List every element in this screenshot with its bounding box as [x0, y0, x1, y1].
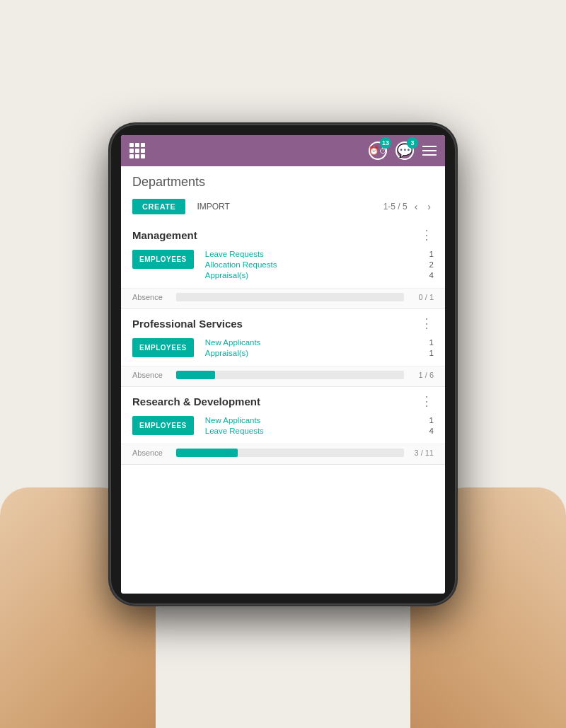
stat-label: Allocation Requests — [205, 260, 277, 269]
stat-value: 4 — [429, 271, 434, 279]
stat-row[interactable]: Allocation Requests2 — [205, 260, 434, 269]
stat-value: 1 — [429, 349, 434, 357]
page-title: Departments — [132, 175, 434, 190]
pagination-info: 1-5 / 5 — [383, 202, 408, 212]
screen: ⏱ 13 💬 3 — [121, 135, 445, 594]
navbar: ⏱ 13 💬 3 — [121, 135, 445, 166]
navbar-right: ⏱ 13 💬 3 — [369, 141, 437, 160]
dept-header: Professional Services⋮ — [121, 309, 445, 335]
stat-label: Leave Requests — [205, 427, 264, 435]
dept-stats: New Applicants1Appraisal(s)1 — [205, 338, 434, 357]
employees-button[interactable]: EMPLOYEES — [132, 338, 194, 357]
hamburger-menu[interactable] — [422, 146, 437, 156]
stat-value: 1 — [429, 416, 434, 424]
page-header: Departments — [121, 166, 445, 195]
stat-label: Leave Requests — [205, 250, 264, 258]
absence-count: 0 / 1 — [412, 293, 434, 301]
stat-label: Appraisal(s) — [205, 349, 248, 357]
absence-label: Absence — [132, 449, 168, 457]
employees-button[interactable]: EMPLOYEES — [132, 416, 194, 435]
stat-value: 1 — [429, 250, 434, 258]
department-card: Professional Services⋮EMPLOYEESNew Appli… — [121, 309, 445, 387]
absence-row: Absence3 / 11 — [121, 444, 445, 464]
absence-row: Absence1 / 6 — [121, 366, 445, 386]
stat-row[interactable]: Leave Requests4 — [205, 427, 434, 435]
absence-bar — [176, 293, 404, 301]
stat-label: Appraisal(s) — [205, 271, 248, 279]
pagination-prev[interactable]: ‹ — [412, 200, 421, 214]
employees-button[interactable]: EMPLOYEES — [132, 250, 194, 269]
dept-stats: New Applicants1Leave Requests4 — [205, 416, 434, 435]
dept-context-menu[interactable]: ⋮ — [420, 398, 434, 405]
absence-label: Absence — [132, 293, 168, 301]
absence-count: 3 / 11 — [412, 449, 434, 457]
absence-bar-fill — [176, 371, 215, 379]
absence-bar — [176, 449, 404, 457]
stat-row[interactable]: Leave Requests1 — [205, 250, 434, 258]
clock-badge: 13 — [380, 137, 391, 149]
stat-row[interactable]: Appraisal(s)4 — [205, 271, 434, 279]
toolbar: CREATE IMPORT 1-5 / 5 ‹ › — [121, 195, 445, 221]
pagination-next[interactable]: › — [424, 200, 434, 214]
absence-count: 1 / 6 — [412, 371, 434, 379]
dept-context-menu[interactable]: ⋮ — [420, 231, 434, 239]
dept-stats: Leave Requests1Allocation Requests2Appra… — [205, 250, 434, 279]
stat-row[interactable]: New Applicants1 — [205, 338, 434, 347]
pagination: 1-5 / 5 ‹ › — [383, 200, 434, 214]
dept-name: Research & Development — [132, 395, 260, 408]
clock-icon-wrap[interactable]: ⏱ 13 — [369, 141, 387, 160]
tablet: ⏱ 13 💬 3 — [110, 124, 456, 605]
stat-row[interactable]: New Applicants1 — [205, 416, 434, 424]
dept-body: EMPLOYEESLeave Requests1Allocation Reque… — [121, 247, 445, 288]
create-button[interactable]: CREATE — [132, 199, 185, 214]
stat-value: 4 — [429, 427, 434, 435]
department-card: Management⋮EMPLOYEESLeave Requests1Alloc… — [121, 221, 445, 309]
stat-row[interactable]: Appraisal(s)1 — [205, 349, 434, 357]
stat-value: 2 — [429, 260, 434, 269]
stat-label: New Applicants — [205, 416, 261, 424]
absence-row: Absence0 / 1 — [121, 288, 445, 308]
stat-value: 1 — [429, 338, 434, 347]
department-card: Research & Development⋮EMPLOYEESNew Appl… — [121, 387, 445, 465]
dept-name: Management — [132, 229, 197, 241]
dept-body: EMPLOYEESNew Applicants1Leave Requests4 — [121, 413, 445, 444]
import-button[interactable]: IMPORT — [194, 198, 232, 215]
chat-icon-wrap[interactable]: 💬 3 — [395, 141, 414, 160]
scene: ⏱ 13 💬 3 — [0, 0, 566, 728]
absence-bar — [176, 371, 404, 379]
chat-badge: 3 — [407, 137, 418, 149]
main-content: Departments CREATE IMPORT 1-5 / 5 ‹ › Ma… — [121, 166, 445, 594]
dept-header: Management⋮ — [121, 221, 445, 247]
stat-label: New Applicants — [205, 338, 261, 347]
absence-label: Absence — [132, 371, 168, 379]
dept-context-menu[interactable]: ⋮ — [420, 320, 434, 328]
absence-bar-fill — [176, 449, 238, 457]
apps-icon[interactable] — [129, 143, 145, 158]
dept-body: EMPLOYEESNew Applicants1Appraisal(s)1 — [121, 335, 445, 366]
dept-name: Professional Services — [132, 318, 243, 330]
dept-header: Research & Development⋮ — [121, 387, 445, 413]
departments-list: Management⋮EMPLOYEESLeave Requests1Alloc… — [121, 221, 445, 465]
